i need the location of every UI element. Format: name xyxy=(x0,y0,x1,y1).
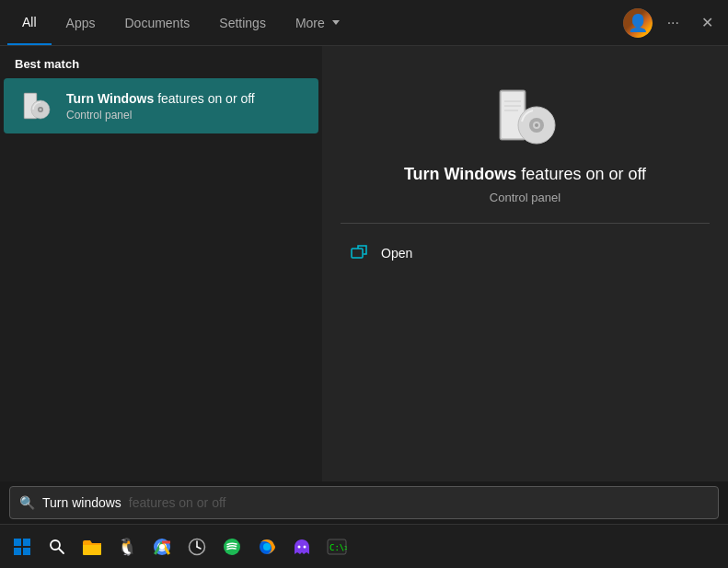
open-icon xyxy=(348,242,370,264)
detail-title-rest: features on or off xyxy=(516,165,646,183)
taskbar-search-bar[interactable]: 🔍 Turn windows features on or off xyxy=(9,486,719,519)
result-text: Turn Windows features on or off Control … xyxy=(66,90,255,121)
result-title: Turn Windows features on or off xyxy=(66,90,255,107)
start-menu: All Apps Documents Settings More ··· ✕ B… xyxy=(0,0,728,497)
svg-point-32 xyxy=(263,543,271,551)
taskbar: 🐧 xyxy=(0,524,728,568)
close-button[interactable]: ✕ xyxy=(694,10,721,35)
avatar-image xyxy=(623,8,653,38)
svg-rect-16 xyxy=(23,539,30,546)
right-panel: Turn Windows features on or off Control … xyxy=(322,46,728,497)
search-ghost: features on or off xyxy=(129,495,226,510)
svg-point-26 xyxy=(159,544,165,550)
svg-point-4 xyxy=(40,109,42,111)
taskbar-terminal[interactable]: C:\> xyxy=(320,530,353,563)
svg-rect-17 xyxy=(14,548,21,555)
taskbar-clock[interactable] xyxy=(180,530,214,563)
start-button[interactable] xyxy=(6,530,39,563)
chevron-down-icon xyxy=(332,20,340,25)
open-action[interactable]: Open xyxy=(341,235,710,272)
svg-point-13 xyxy=(535,123,538,127)
svg-line-20 xyxy=(59,549,64,553)
detail-icon-area xyxy=(322,46,728,164)
best-match-label: Best match xyxy=(0,46,322,78)
tab-apps[interactable]: Apps xyxy=(52,0,110,45)
left-panel: Best match xyxy=(0,46,322,497)
svg-text:C:\>: C:\> xyxy=(329,543,347,552)
taskbar-chrome[interactable] xyxy=(145,530,179,563)
detail-actions: Open xyxy=(322,224,728,283)
svg-rect-18 xyxy=(23,548,30,555)
search-bar-area: 🔍 Turn windows features on or off xyxy=(0,481,728,524)
svg-rect-15 xyxy=(14,539,21,546)
control-panel-icon xyxy=(18,87,55,124)
avatar[interactable] xyxy=(623,8,653,38)
tab-actions: ··· ✕ xyxy=(623,8,721,38)
tab-documents[interactable]: Documents xyxy=(110,0,204,45)
result-title-bold: Turn Windows xyxy=(66,91,154,106)
svg-line-29 xyxy=(197,547,201,549)
detail-subtitle: Control panel xyxy=(322,191,728,204)
svg-point-33 xyxy=(298,545,301,548)
detail-title: Turn Windows features on or off xyxy=(322,164,728,185)
tab-bar: All Apps Documents Settings More ··· ✕ xyxy=(0,0,728,46)
tab-all[interactable]: All xyxy=(7,0,52,45)
result-title-rest: features on or off xyxy=(154,91,254,106)
ellipsis-button[interactable]: ··· xyxy=(660,11,687,35)
taskbar-app-3[interactable]: 🐧 xyxy=(110,530,144,563)
taskbar-search-button[interactable] xyxy=(40,530,74,563)
taskbar-spotify[interactable] xyxy=(215,530,248,563)
main-content: Best match xyxy=(0,46,728,497)
result-subtitle: Control panel xyxy=(66,109,255,122)
tab-settings[interactable]: Settings xyxy=(204,0,281,45)
detail-title-bold: Turn Windows xyxy=(404,165,516,183)
taskbar-file-explorer[interactable] xyxy=(75,530,109,563)
svg-point-34 xyxy=(304,545,306,548)
search-icon: 🔍 xyxy=(19,495,35,510)
svg-point-30 xyxy=(224,539,240,555)
svg-rect-14 xyxy=(352,249,363,258)
search-typed: Turn windows xyxy=(42,495,121,510)
open-label: Open xyxy=(381,246,412,261)
result-item[interactable]: Turn Windows features on or off Control … xyxy=(4,78,318,133)
taskbar-app-7[interactable] xyxy=(285,530,318,563)
tab-more[interactable]: More xyxy=(281,0,354,45)
detail-icon xyxy=(492,83,559,149)
taskbar-firefox[interactable] xyxy=(250,530,283,563)
